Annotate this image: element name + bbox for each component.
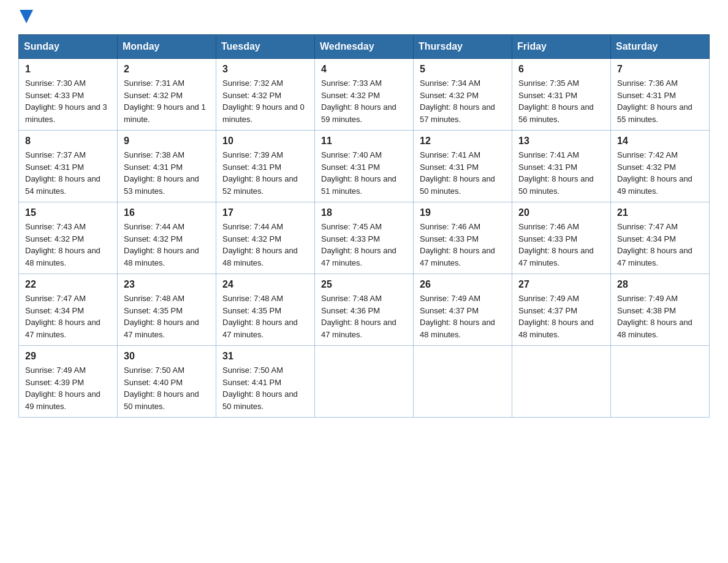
- day-info: Sunrise: 7:50 AMSunset: 4:40 PMDaylight:…: [124, 364, 210, 412]
- day-info: Sunrise: 7:41 AMSunset: 4:31 PMDaylight:…: [420, 149, 506, 197]
- day-info: Sunrise: 7:48 AMSunset: 4:35 PMDaylight:…: [124, 293, 210, 340]
- week-row-2: 8Sunrise: 7:37 AMSunset: 4:31 PMDaylight…: [19, 131, 710, 202]
- calendar-table: SundayMondayTuesdayWednesdayThursdayFrid…: [18, 34, 710, 418]
- week-row-5: 29Sunrise: 7:49 AMSunset: 4:39 PMDayligh…: [19, 346, 710, 418]
- day-number: 16: [124, 207, 210, 218]
- day-info: Sunrise: 7:44 AMSunset: 4:32 PMDaylight:…: [124, 221, 210, 269]
- empty-cell: [315, 346, 414, 418]
- day-number: 2: [124, 64, 210, 75]
- day-number: 24: [222, 279, 308, 290]
- day-cell-14: 14Sunrise: 7:42 AMSunset: 4:32 PMDayligh…: [611, 131, 710, 202]
- day-cell-5: 5Sunrise: 7:34 AMSunset: 4:32 PMDaylight…: [414, 59, 512, 131]
- day-info: Sunrise: 7:40 AMSunset: 4:31 PMDaylight:…: [321, 149, 407, 197]
- day-number: 22: [25, 279, 111, 290]
- day-number: 8: [25, 136, 111, 147]
- header-sunday: Sunday: [19, 35, 118, 59]
- day-cell-19: 19Sunrise: 7:46 AMSunset: 4:33 PMDayligh…: [414, 202, 512, 274]
- day-info: Sunrise: 7:45 AMSunset: 4:33 PMDaylight:…: [321, 221, 407, 269]
- day-cell-28: 28Sunrise: 7:49 AMSunset: 4:38 PMDayligh…: [611, 274, 710, 346]
- day-number: 29: [25, 351, 111, 362]
- day-info: Sunrise: 7:43 AMSunset: 4:32 PMDaylight:…: [25, 221, 111, 269]
- day-info: Sunrise: 7:46 AMSunset: 4:33 PMDaylight:…: [420, 221, 506, 269]
- week-row-1: 1Sunrise: 7:30 AMSunset: 4:33 PMDaylight…: [19, 59, 710, 131]
- day-info: Sunrise: 7:36 AMSunset: 4:31 PMDaylight:…: [617, 77, 703, 125]
- day-cell-24: 24Sunrise: 7:48 AMSunset: 4:35 PMDayligh…: [216, 274, 315, 346]
- day-info: Sunrise: 7:37 AMSunset: 4:31 PMDaylight:…: [25, 149, 111, 197]
- day-cell-9: 9Sunrise: 7:38 AMSunset: 4:31 PMDaylight…: [118, 131, 216, 202]
- day-info: Sunrise: 7:47 AMSunset: 4:34 PMDaylight:…: [25, 293, 111, 340]
- day-cell-15: 15Sunrise: 7:43 AMSunset: 4:32 PMDayligh…: [19, 202, 118, 274]
- day-number: 5: [420, 64, 506, 75]
- day-number: 13: [518, 136, 604, 147]
- logo: [18, 12, 33, 23]
- week-row-3: 15Sunrise: 7:43 AMSunset: 4:32 PMDayligh…: [19, 202, 710, 274]
- header-friday: Friday: [512, 35, 611, 59]
- day-number: 27: [518, 279, 604, 290]
- day-info: Sunrise: 7:39 AMSunset: 4:31 PMDaylight:…: [222, 149, 308, 197]
- day-number: 19: [420, 207, 506, 218]
- day-info: Sunrise: 7:48 AMSunset: 4:35 PMDaylight:…: [222, 293, 308, 340]
- day-cell-3: 3Sunrise: 7:32 AMSunset: 4:32 PMDaylight…: [216, 59, 315, 131]
- empty-cell: [414, 346, 512, 418]
- day-number: 23: [124, 279, 210, 290]
- day-cell-17: 17Sunrise: 7:44 AMSunset: 4:32 PMDayligh…: [216, 202, 315, 274]
- empty-cell: [611, 346, 710, 418]
- day-cell-12: 12Sunrise: 7:41 AMSunset: 4:31 PMDayligh…: [414, 131, 512, 202]
- day-info: Sunrise: 7:33 AMSunset: 4:32 PMDaylight:…: [321, 77, 407, 125]
- empty-cell: [512, 346, 611, 418]
- day-number: 31: [222, 351, 308, 362]
- day-info: Sunrise: 7:34 AMSunset: 4:32 PMDaylight:…: [420, 77, 506, 125]
- day-number: 15: [25, 207, 111, 218]
- day-info: Sunrise: 7:50 AMSunset: 4:41 PMDaylight:…: [222, 364, 308, 412]
- day-cell-25: 25Sunrise: 7:48 AMSunset: 4:36 PMDayligh…: [315, 274, 414, 346]
- day-info: Sunrise: 7:47 AMSunset: 4:34 PMDaylight:…: [617, 221, 703, 269]
- day-cell-16: 16Sunrise: 7:44 AMSunset: 4:32 PMDayligh…: [118, 202, 216, 274]
- day-cell-11: 11Sunrise: 7:40 AMSunset: 4:31 PMDayligh…: [315, 131, 414, 202]
- day-cell-23: 23Sunrise: 7:48 AMSunset: 4:35 PMDayligh…: [118, 274, 216, 346]
- header-wednesday: Wednesday: [315, 35, 414, 59]
- day-number: 26: [420, 279, 506, 290]
- logo-triangle-icon: [20, 10, 33, 23]
- day-cell-13: 13Sunrise: 7:41 AMSunset: 4:31 PMDayligh…: [512, 131, 611, 202]
- day-number: 11: [321, 136, 407, 147]
- day-number: 14: [617, 136, 703, 147]
- day-cell-21: 21Sunrise: 7:47 AMSunset: 4:34 PMDayligh…: [611, 202, 710, 274]
- day-info: Sunrise: 7:31 AMSunset: 4:32 PMDaylight:…: [124, 77, 210, 125]
- day-info: Sunrise: 7:42 AMSunset: 4:32 PMDaylight:…: [617, 149, 703, 197]
- day-number: 1: [25, 64, 111, 75]
- day-cell-8: 8Sunrise: 7:37 AMSunset: 4:31 PMDaylight…: [19, 131, 118, 202]
- day-number: 12: [420, 136, 506, 147]
- day-cell-26: 26Sunrise: 7:49 AMSunset: 4:37 PMDayligh…: [414, 274, 512, 346]
- day-cell-10: 10Sunrise: 7:39 AMSunset: 4:31 PMDayligh…: [216, 131, 315, 202]
- day-number: 17: [222, 207, 308, 218]
- day-info: Sunrise: 7:49 AMSunset: 4:37 PMDaylight:…: [420, 293, 506, 340]
- day-info: Sunrise: 7:49 AMSunset: 4:38 PMDaylight:…: [617, 293, 703, 340]
- day-number: 30: [124, 351, 210, 362]
- day-info: Sunrise: 7:35 AMSunset: 4:31 PMDaylight:…: [518, 77, 604, 125]
- day-cell-31: 31Sunrise: 7:50 AMSunset: 4:41 PMDayligh…: [216, 346, 315, 418]
- day-info: Sunrise: 7:32 AMSunset: 4:32 PMDaylight:…: [222, 77, 308, 125]
- day-cell-20: 20Sunrise: 7:46 AMSunset: 4:33 PMDayligh…: [512, 202, 611, 274]
- day-number: 3: [222, 64, 308, 75]
- day-cell-29: 29Sunrise: 7:49 AMSunset: 4:39 PMDayligh…: [19, 346, 118, 418]
- day-number: 6: [518, 64, 604, 75]
- header: [18, 12, 710, 23]
- header-monday: Monday: [118, 35, 216, 59]
- week-row-4: 22Sunrise: 7:47 AMSunset: 4:34 PMDayligh…: [19, 274, 710, 346]
- day-number: 4: [321, 64, 407, 75]
- svg-marker-0: [20, 10, 33, 23]
- day-info: Sunrise: 7:44 AMSunset: 4:32 PMDaylight:…: [222, 221, 308, 269]
- day-info: Sunrise: 7:41 AMSunset: 4:31 PMDaylight:…: [518, 149, 604, 197]
- day-number: 9: [124, 136, 210, 147]
- day-number: 18: [321, 207, 407, 218]
- day-number: 7: [617, 64, 703, 75]
- header-saturday: Saturday: [611, 35, 710, 59]
- day-number: 20: [518, 207, 604, 218]
- day-number: 21: [617, 207, 703, 218]
- day-info: Sunrise: 7:46 AMSunset: 4:33 PMDaylight:…: [518, 221, 604, 269]
- day-info: Sunrise: 7:49 AMSunset: 4:37 PMDaylight:…: [518, 293, 604, 340]
- day-cell-30: 30Sunrise: 7:50 AMSunset: 4:40 PMDayligh…: [118, 346, 216, 418]
- day-info: Sunrise: 7:30 AMSunset: 4:33 PMDaylight:…: [25, 77, 111, 125]
- day-cell-27: 27Sunrise: 7:49 AMSunset: 4:37 PMDayligh…: [512, 274, 611, 346]
- day-header-row: SundayMondayTuesdayWednesdayThursdayFrid…: [19, 35, 710, 59]
